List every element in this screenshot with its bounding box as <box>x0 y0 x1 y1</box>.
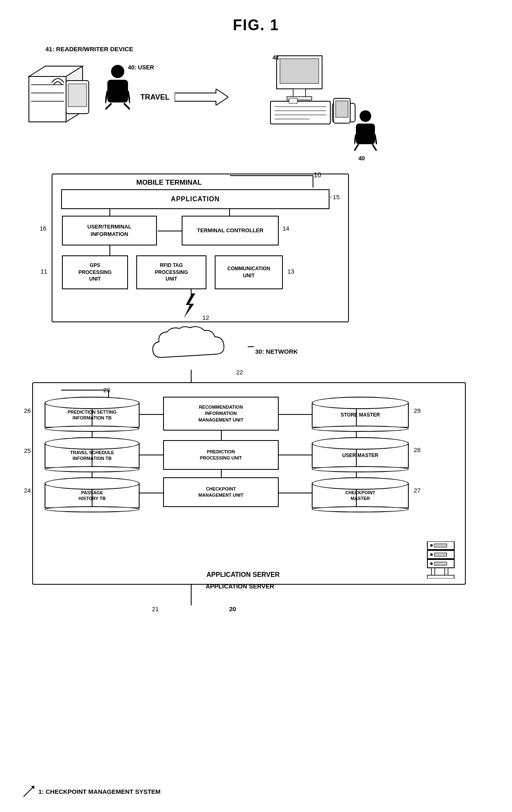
conn-right-cylinders <box>356 397 357 512</box>
svg-rect-40 <box>434 553 447 556</box>
svg-rect-17 <box>293 89 306 97</box>
svg-point-36 <box>430 544 433 547</box>
gps-label: GPSPROCESSINGUNIT <box>78 262 111 283</box>
label15-dot <box>330 197 331 198</box>
recommendation-info-label: RECOMMENDATIONINFORMATIONMANAGEMENT UNIT <box>199 404 244 423</box>
user-terminal-info-box: USER/TERMINALINFORMATION <box>62 216 157 245</box>
label-27: 27 <box>414 487 421 494</box>
travel-arrow-icon <box>175 89 228 105</box>
svg-marker-14 <box>175 89 228 105</box>
user-person-left <box>105 64 130 110</box>
cloud-network <box>145 324 248 370</box>
bottom-system-label: 1: CHECKPOINT MANAGEMENT SYSTEM <box>23 785 161 798</box>
label-29: 29 <box>414 407 421 414</box>
svg-rect-29 <box>356 124 375 144</box>
mobile-terminal-label: MOBILE TERMINAL <box>136 179 202 187</box>
checkpoint-mgmt-label: CHECKPOINTMANAGEMENT UNIT <box>199 486 244 499</box>
server-icon <box>425 541 456 579</box>
checkpoint-mgmt-box: CHECKPOINTMANAGEMENT UNIT <box>163 477 279 507</box>
pos-device <box>268 54 359 132</box>
conn-mid-right-1 <box>279 414 312 415</box>
user-terminal-info-label: USER/TERMINALINFORMATION <box>88 223 132 238</box>
prediction-processing-box: PREDICTIONPROCESSING UNIT <box>163 440 279 470</box>
svg-marker-34 <box>184 293 195 318</box>
connector-10 <box>313 175 313 188</box>
application-label: APPLICATION <box>171 195 220 203</box>
comm-unit-box: COMMUNICATIONUNIT <box>215 255 283 289</box>
label-16: 16 <box>40 225 47 232</box>
conn-app-tc <box>229 209 230 216</box>
label-10: 10 <box>314 171 321 179</box>
svg-line-11 <box>128 91 130 103</box>
conn-left-mid-1 <box>140 414 163 415</box>
svg-line-30 <box>354 134 356 144</box>
reader-writer-device <box>25 60 107 130</box>
prediction-processing-label: PREDICTIONPROCESSING UNIT <box>200 449 242 462</box>
conn-mid-vert-2 <box>221 470 222 477</box>
svg-rect-27 <box>336 101 348 117</box>
label-40-right: 40 <box>358 155 365 162</box>
user-person-right <box>354 110 377 151</box>
terminal-controller-label: TERMINAL CONTROLLER <box>197 227 263 234</box>
comm-unit-label: COMMUNICATIONUNIT <box>228 265 270 279</box>
app-server-label: APPLICATION SERVER <box>206 571 280 579</box>
svg-point-42 <box>430 562 433 565</box>
label-20: 20 <box>229 605 236 612</box>
svg-point-28 <box>360 110 371 122</box>
svg-point-8 <box>111 65 124 78</box>
svg-rect-45 <box>445 568 448 576</box>
conn-mid-right-2 <box>279 455 312 455</box>
label-26: 26 <box>24 407 31 414</box>
conn-23-h <box>61 390 109 391</box>
label-22: 22 <box>236 369 243 376</box>
conn-left-cylinders <box>92 397 92 512</box>
store-master-label: STORE MASTER <box>341 412 380 418</box>
conn-mid-right-3 <box>279 493 312 493</box>
page-title: FIG. 1 <box>0 0 512 34</box>
travel-label: TRAVEL <box>140 93 170 102</box>
svg-point-39 <box>430 553 433 556</box>
conn-ut-gps <box>109 245 110 255</box>
recommendation-info-box: RECOMMENDATIONINFORMATIONMANAGEMENT UNIT <box>163 397 279 431</box>
application-box: APPLICATION <box>61 189 329 209</box>
user-label: 40: USER <box>128 64 154 71</box>
gps-box: GPSPROCESSINGUNIT <box>62 255 128 289</box>
app-server-bottom-label: APPLICATION SERVER <box>206 583 274 590</box>
bottom-arrow-icon <box>23 785 35 798</box>
user-master-cylinder: USER MASTER <box>312 437 409 472</box>
conn-left-mid-3 <box>140 493 163 493</box>
store-master-cylinder: STORE MASTER <box>312 397 409 432</box>
svg-rect-43 <box>434 562 447 565</box>
svg-rect-44 <box>431 568 435 576</box>
checkpoint-master-label: CHECKPOINTMASTER <box>345 490 375 502</box>
conn-comm-lightning <box>191 289 192 295</box>
svg-line-32 <box>354 144 358 151</box>
conn-mid-vert-1 <box>221 431 222 440</box>
label-21: 21 <box>152 605 159 612</box>
network-label: 30: NETWORK <box>255 348 298 355</box>
reader-writer-label: 41: READER/WRITER DEVICE <box>45 45 133 52</box>
svg-line-10 <box>105 91 107 103</box>
conn-cloud-to-box <box>191 370 192 383</box>
label-12: 12 <box>202 314 209 321</box>
label-13: 13 <box>287 268 294 275</box>
rfid-label: RFID TAGPROCESSINGUNIT <box>155 262 188 283</box>
svg-rect-19 <box>270 101 330 124</box>
bottom-label-text: 1: CHECKPOINT MANAGEMENT SYSTEM <box>38 788 161 795</box>
svg-rect-37 <box>434 544 447 547</box>
label-14: 14 <box>282 225 289 232</box>
user-master-label: USER MASTER <box>342 452 378 458</box>
connector-10-h <box>230 175 313 176</box>
label-41-right: 41 <box>273 54 280 61</box>
terminal-controller-box: TERMINAL CONTROLLER <box>182 216 279 245</box>
svg-line-12 <box>105 103 111 110</box>
travel-arrow-container: TRAVEL <box>140 89 228 105</box>
label-28: 28 <box>414 446 421 453</box>
svg-rect-9 <box>107 80 128 102</box>
rfid-box: RFID TAGPROCESSINGUNIT <box>136 255 206 289</box>
svg-rect-24 <box>289 98 297 103</box>
label-25: 25 <box>24 447 31 454</box>
conn-left-mid-2 <box>140 455 163 455</box>
svg-rect-46 <box>427 575 454 579</box>
svg-rect-7 <box>68 84 87 107</box>
